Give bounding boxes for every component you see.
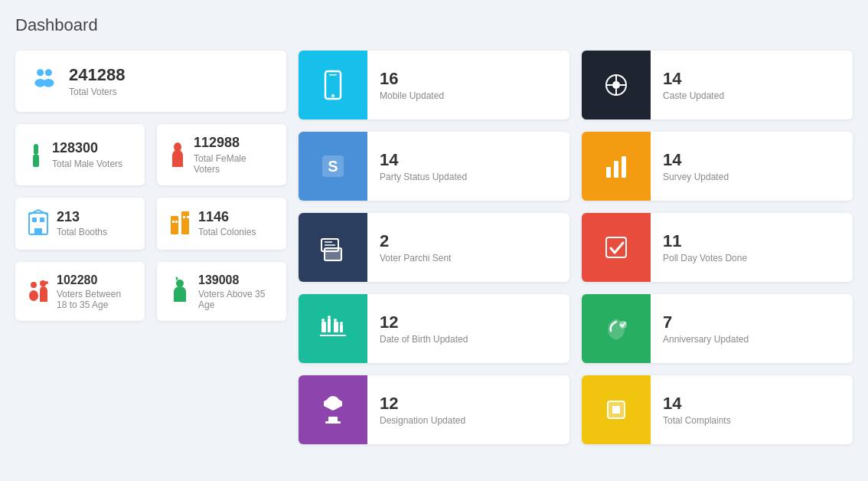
mobile-icon <box>299 51 367 119</box>
complaints-label: Total Complaints <box>663 415 731 426</box>
svg-point-3 <box>43 79 54 87</box>
svg-rect-10 <box>34 228 42 234</box>
poll-icon <box>582 213 651 282</box>
male-voters-label: Total Male Voters <box>52 159 122 169</box>
svg-point-26 <box>331 94 334 97</box>
total-voters-info: 241288 Total Voters <box>69 65 125 97</box>
party-number: 14 <box>380 150 467 170</box>
svg-rect-14 <box>175 221 178 223</box>
party-label: Party Status Updated <box>380 172 467 182</box>
dob-card: 12 Date of Birth Updated <box>299 294 569 363</box>
complaints-number: 14 <box>663 394 731 414</box>
svg-rect-11 <box>171 216 178 234</box>
above35-info: 139008 Voters Above 35 Age <box>198 273 274 310</box>
male-voters-number: 128300 <box>52 140 122 157</box>
svg-rect-12 <box>181 211 189 234</box>
svg-rect-57 <box>606 237 626 257</box>
caste-number: 14 <box>663 69 724 89</box>
total-voters-number: 241288 <box>69 65 125 85</box>
svg-rect-36 <box>328 319 331 332</box>
female-icon <box>169 139 186 170</box>
svg-rect-55 <box>614 161 618 178</box>
complaints-icon <box>582 375 651 444</box>
parchi-icon <box>299 213 367 282</box>
dob-icon <box>299 294 367 363</box>
svg-point-22 <box>176 280 184 287</box>
svg-point-18 <box>29 290 38 301</box>
poll-info: 11 Poll Day Votes Done <box>651 213 759 282</box>
total-voters-label: Total Voters <box>69 87 125 97</box>
party-status-card: S 14 Party Status Updated <box>299 132 569 201</box>
booths-info: 213 Total Booths <box>57 209 107 238</box>
caste-label: Caste Updated <box>663 90 724 101</box>
designation-number: 12 <box>380 394 465 414</box>
svg-rect-27 <box>329 74 337 76</box>
designation-card: 12 Designation Updated <box>299 375 569 444</box>
svg-point-49 <box>612 81 620 89</box>
designation-label: Designation Updated <box>380 415 465 426</box>
svg-rect-4 <box>34 144 38 155</box>
caste-card: 14 Caste Updated <box>582 51 853 119</box>
svg-rect-15 <box>183 216 185 218</box>
parchi-info: 2 Voter Parchi Sent <box>367 213 463 282</box>
female-voters-card: 112988 Total FeMale Voters <box>157 124 286 185</box>
caste-info: 14 Caste Updated <box>651 51 736 119</box>
party-icon: S <box>299 132 367 201</box>
svg-rect-16 <box>187 216 189 218</box>
survey-label: Survey Updated <box>663 172 729 182</box>
right-panel: 14 Caste Updated 14 Survey Updated <box>582 51 853 444</box>
svg-point-1 <box>45 69 52 76</box>
svg-rect-9 <box>40 218 44 222</box>
anniversary-number: 7 <box>663 312 749 332</box>
mobile-updated-card: 16 Mobile Updated <box>299 51 569 119</box>
dob-info: 12 Date of Birth Updated <box>367 294 480 363</box>
survey-info: 14 Survey Updated <box>651 132 741 201</box>
svg-rect-54 <box>606 167 611 178</box>
voters-icon <box>31 64 58 98</box>
booths-number: 213 <box>57 209 107 226</box>
booths-row: 213 Total Booths 1146 <box>15 198 286 250</box>
female-voters-label: Total FeMale Voters <box>194 153 274 175</box>
dob-number: 12 <box>380 312 468 332</box>
mobile-info: 16 Mobile Updated <box>367 51 456 119</box>
colonies-label: Total Colonies <box>198 227 256 237</box>
booths-card: 213 Total Booths <box>15 198 145 250</box>
svg-point-41 <box>328 316 331 319</box>
gender-row: 128300 Total Male Voters 112988 Total Fe… <box>15 124 286 185</box>
mobile-label: Mobile Updated <box>380 90 444 101</box>
survey-card: 14 Survey Updated <box>582 132 853 201</box>
booth-icon <box>28 208 49 239</box>
svg-point-40 <box>321 319 325 322</box>
designation-icon <box>299 375 367 444</box>
colonies-info: 1146 Total Colonies <box>198 209 256 238</box>
svg-point-24 <box>176 277 178 280</box>
anniversary-card: 7 Anniversary Updated <box>582 294 853 363</box>
svg-rect-13 <box>172 221 175 223</box>
svg-rect-47 <box>325 421 341 424</box>
male-voters-info: 128300 Total Male Voters <box>52 140 122 169</box>
designation-info: 12 Designation Updated <box>367 375 478 444</box>
poll-number: 11 <box>663 231 747 251</box>
svg-point-43 <box>340 322 343 325</box>
party-info: 14 Party Status Updated <box>367 132 479 201</box>
booths-label: Total Booths <box>57 227 107 237</box>
svg-rect-8 <box>32 218 37 222</box>
page-title: Dashboard <box>15 15 853 35</box>
svg-point-17 <box>31 282 37 288</box>
svg-rect-35 <box>321 322 326 332</box>
female-voters-number: 112988 <box>194 135 274 152</box>
anniversary-info: 7 Anniversary Updated <box>651 294 761 363</box>
complaints-card: 14 Total Complaints <box>582 375 853 444</box>
dob-label: Date of Birth Updated <box>380 334 468 345</box>
complaints-info: 14 Total Complaints <box>651 375 743 444</box>
above35-number: 139008 <box>198 273 274 287</box>
center-panel: 16 Mobile Updated S 14 Party Status Upda… <box>299 51 569 444</box>
svg-rect-31 <box>325 248 341 260</box>
young-icon <box>28 276 49 306</box>
svg-point-0 <box>37 69 44 76</box>
poll-label: Poll Day Votes Done <box>663 253 747 263</box>
colonies-number: 1146 <box>198 209 256 226</box>
parchi-card: 2 Voter Parchi Sent <box>299 213 569 282</box>
young-voters-label: Voters Between 18 to 35 Age <box>57 289 132 310</box>
above35-label: Voters Above 35 Age <box>198 289 274 310</box>
